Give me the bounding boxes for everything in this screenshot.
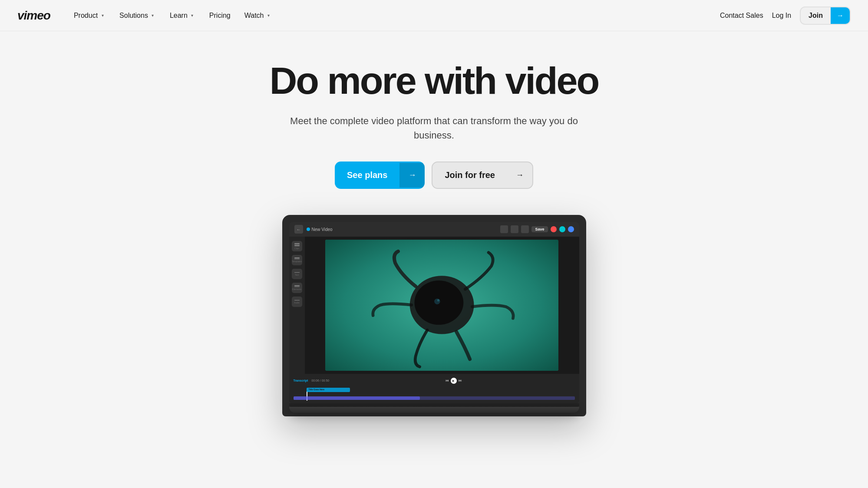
see-plans-arrow-icon: → bbox=[399, 163, 425, 188]
templates-tool[interactable]: Templates bbox=[292, 255, 302, 265]
nav-item-product[interactable]: Product ▾ bbox=[68, 8, 112, 23]
playback-controls: ⏮ ▶ ⏭ bbox=[446, 378, 462, 384]
color-teal-icon bbox=[559, 226, 565, 232]
transcript-label: Transcript bbox=[294, 379, 308, 382]
play-button[interactable]: ▶ bbox=[451, 378, 457, 384]
contact-sales-link[interactable]: Contact Sales bbox=[720, 12, 763, 20]
screen-topbar: ← New Video Save bbox=[289, 222, 579, 237]
nav-item-learn[interactable]: Learn ▾ bbox=[164, 8, 201, 23]
timeline-area: Transcript 00:06 / 00:50 ⏮ ▶ ⏭ Tit bbox=[289, 374, 579, 403]
svg-point-3 bbox=[434, 299, 440, 304]
see-plans-button[interactable]: See plans → bbox=[335, 162, 425, 189]
timeline-controls: Transcript 00:06 / 00:50 ⏮ ▶ ⏭ bbox=[294, 376, 575, 385]
nav-item-solutions[interactable]: Solutions ▾ bbox=[113, 8, 162, 23]
back-icon: ← bbox=[294, 225, 303, 234]
topbar-left: ← New Video bbox=[294, 225, 333, 234]
laptop-hinge bbox=[289, 403, 579, 407]
hero-subtitle: Meet the complete video platform that ca… bbox=[282, 114, 586, 142]
nav-item-watch[interactable]: Watch ▾ bbox=[238, 8, 278, 23]
color-blue-icon bbox=[568, 226, 574, 232]
laptop-mockup: ← New Video Save bbox=[282, 215, 586, 416]
screen-main-area: Clips Templates Text Elements bbox=[289, 237, 579, 374]
timeline-base-bar bbox=[294, 396, 575, 400]
laptop-base bbox=[289, 407, 579, 413]
save-button[interactable]: Save bbox=[531, 226, 548, 232]
chevron-down-icon: ▾ bbox=[99, 13, 106, 19]
clip-label: Title Goes Here bbox=[309, 388, 325, 391]
audio-tool[interactable]: Audio bbox=[292, 297, 302, 307]
chevron-down-icon: ▾ bbox=[265, 13, 271, 19]
video-content-svg bbox=[325, 240, 558, 371]
join-arrow-icon: → bbox=[831, 7, 850, 24]
timeline-progress bbox=[294, 396, 420, 400]
nav-right-items: Contact Sales Log In Join → bbox=[720, 7, 851, 25]
join-button[interactable]: Join → bbox=[800, 7, 851, 25]
topbar-right: Save bbox=[500, 225, 574, 233]
hero-buttons: See plans → Join for free → bbox=[335, 162, 533, 189]
step-forward-icon[interactable]: ⏭ bbox=[459, 379, 462, 382]
step-back-icon[interactable]: ⏮ bbox=[446, 379, 449, 382]
laptop-body: ← New Video Save bbox=[282, 215, 586, 416]
hero-section: Do more with video Meet the complete vid… bbox=[0, 0, 868, 488]
hero-title: Do more with video bbox=[270, 61, 599, 101]
nav-left-items: Product ▾ Solutions ▾ Learn ▾ Pricing Wa… bbox=[68, 8, 720, 23]
join-button-label: Join bbox=[801, 7, 831, 24]
svg-point-4 bbox=[437, 299, 439, 301]
video-preview-area bbox=[305, 237, 579, 374]
video-frame bbox=[325, 240, 558, 371]
vimeo-logo[interactable]: vimeo bbox=[17, 9, 50, 23]
undo-icon bbox=[500, 225, 508, 233]
chevron-down-icon: ▾ bbox=[189, 13, 195, 19]
status-dot bbox=[307, 228, 310, 231]
join-for-free-label: Join for free bbox=[432, 162, 507, 188]
nav-item-pricing[interactable]: Pricing bbox=[203, 8, 237, 23]
timeline-tracks: Title Goes Here bbox=[294, 387, 575, 401]
video-title: New Video bbox=[307, 227, 333, 232]
playback-time: 00:06 / 00:50 bbox=[311, 379, 329, 382]
record-button bbox=[551, 226, 557, 232]
see-plans-label: See plans bbox=[335, 162, 399, 188]
log-in-link[interactable]: Log In bbox=[772, 12, 791, 20]
elements-tool[interactable]: Elements bbox=[292, 283, 302, 293]
redo-icon bbox=[511, 225, 518, 233]
join-for-free-button[interactable]: Join for free → bbox=[432, 162, 533, 189]
share-icon bbox=[521, 225, 529, 233]
text-tool[interactable]: Text bbox=[292, 269, 302, 279]
join-for-free-arrow-icon: → bbox=[507, 163, 532, 188]
navigation: vimeo Product ▾ Solutions ▾ Learn ▾ Pric… bbox=[0, 0, 868, 31]
laptop-screen: ← New Video Save bbox=[289, 222, 579, 403]
editor-sidebar: Clips Templates Text Elements bbox=[289, 237, 305, 374]
clips-tool[interactable]: Clips bbox=[292, 241, 302, 251]
chevron-down-icon: ▾ bbox=[150, 13, 156, 19]
